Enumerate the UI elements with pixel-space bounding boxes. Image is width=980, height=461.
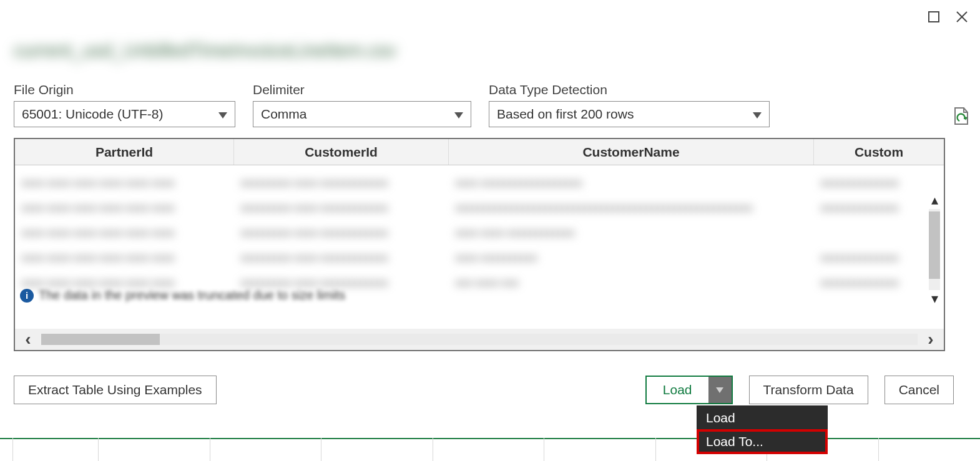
column-customername[interactable]: CustomerName xyxy=(449,139,814,165)
svg-marker-5 xyxy=(753,112,762,119)
chevron-down-icon xyxy=(218,107,227,122)
svg-rect-0 xyxy=(929,12,939,22)
load-dropdown-menu: Load Load To... xyxy=(697,405,828,454)
dtd-value: Based on first 200 rows xyxy=(497,107,634,122)
scroll-right-icon[interactable]: › xyxy=(918,329,944,349)
file-origin-value: 65001: Unicode (UTF-8) xyxy=(22,107,163,122)
file-origin-label: File Origin xyxy=(14,82,235,97)
info-text: The data in the preview was truncated du… xyxy=(39,288,345,303)
delimiter-label: Delimiter xyxy=(253,82,471,97)
svg-marker-3 xyxy=(218,112,227,119)
cancel-button[interactable]: Cancel xyxy=(884,376,954,404)
chevron-down-icon xyxy=(454,107,463,122)
load-button[interactable]: Load xyxy=(647,377,708,403)
spreadsheet-grid xyxy=(0,438,980,461)
file-title: current_usd_UnbilledTimeInvoiceLineItem.… xyxy=(14,40,396,61)
chevron-down-icon xyxy=(716,384,723,395)
menu-item-load[interactable]: Load xyxy=(697,406,827,430)
vertical-scrollbar[interactable]: ▴ ▾ xyxy=(925,192,944,308)
column-custom[interactable]: Custom xyxy=(814,139,944,165)
horizontal-scrollbar[interactable]: ‹ › xyxy=(15,329,944,350)
table-rows-blurred: xxxx-xxxx-xxxx-xxxx-xxxx-xxxxxxxxxxxxx-x… xyxy=(15,165,944,300)
column-customerid[interactable]: CustomerId xyxy=(234,139,449,165)
load-dropdown-button[interactable] xyxy=(708,377,732,403)
menu-item-load-to[interactable]: Load To... xyxy=(697,430,827,454)
maximize-button[interactable] xyxy=(928,11,940,23)
delimiter-value: Comma xyxy=(261,107,307,122)
scroll-down-icon[interactable]: ▾ xyxy=(925,290,944,308)
svg-marker-4 xyxy=(454,112,463,119)
close-button[interactable] xyxy=(955,10,969,24)
info-icon: i xyxy=(20,289,34,303)
svg-marker-7 xyxy=(716,387,723,393)
dtd-label: Data Type Detection xyxy=(489,82,770,97)
dtd-select[interactable]: Based on first 200 rows xyxy=(489,101,770,127)
chevron-down-icon xyxy=(753,107,762,122)
delimiter-select[interactable]: Comma xyxy=(253,101,471,127)
file-origin-select[interactable]: 65001: Unicode (UTF-8) xyxy=(14,101,235,127)
scroll-up-icon[interactable]: ▴ xyxy=(925,192,944,209)
preview-table: PartnerId CustomerId CustomerName Custom… xyxy=(14,138,945,351)
refresh-icon[interactable] xyxy=(951,106,969,126)
transform-data-button[interactable]: Transform Data xyxy=(749,376,868,404)
table-header: PartnerId CustomerId CustomerName Custom xyxy=(15,139,944,165)
column-partnerid[interactable]: PartnerId xyxy=(15,139,234,165)
extract-table-button[interactable]: Extract Table Using Examples xyxy=(14,376,217,404)
scroll-left-icon[interactable]: ‹ xyxy=(15,329,41,349)
